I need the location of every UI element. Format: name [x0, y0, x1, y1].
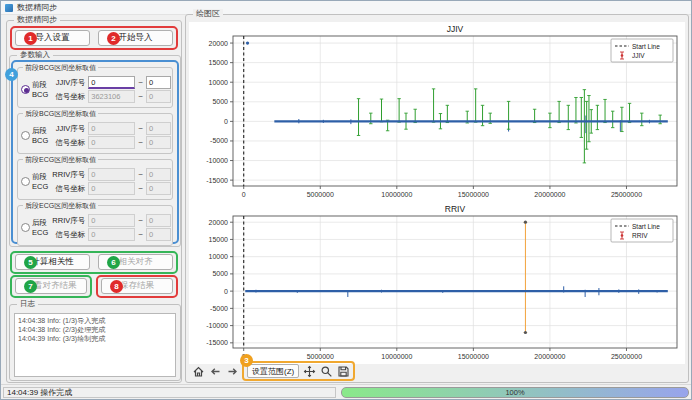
param-group-rear-ecg: 后段ECG区间坐标取值 后段ECG RRIV序号 0 ~ 0 [17, 205, 173, 246]
svg-text:20000000: 20000000 [534, 353, 565, 360]
svg-text:0: 0 [242, 191, 246, 198]
front-bcg-jjiv-start-field[interactable]: 0 [88, 76, 135, 89]
front-ecg-signal-start-field: 0 [88, 182, 135, 195]
svg-text:10000: 10000 [209, 253, 229, 260]
import-settings-button[interactable]: 1 导入设置 [15, 30, 90, 46]
progress-bar: 100% [341, 387, 689, 398]
svg-text:RRIV: RRIV [445, 204, 466, 214]
rear-ecg-signal-start-field: 0 [88, 228, 135, 241]
import-annotation-box: 1 导入设置 2 开始导入 [10, 26, 178, 50]
svg-text:25000000: 25000000 [611, 191, 642, 198]
svg-text:5000000: 5000000 [307, 353, 334, 360]
save-icon[interactable] [336, 364, 350, 378]
svg-text:Start Line: Start Line [632, 43, 660, 50]
rear-bcg-signal-end-field: 0 [146, 136, 171, 149]
log-groupbox: 日志 14:04:38 Info: (1/3)导入完成 14:04:38 Inf… [9, 304, 181, 381]
svg-text:15000000: 15000000 [458, 191, 489, 198]
compute-annotation-box: 5 计算相关性 6 相关对齐 [10, 251, 178, 274]
app-icon [5, 4, 13, 12]
svg-text:20000: 20000 [209, 40, 229, 47]
app-window: 数据精同步 数据精同步 1 导入设置 2 开始导入 参数输入 4 前段BCG区间… [0, 0, 692, 400]
svg-text:-5000: -5000 [210, 137, 228, 144]
param-group-front-ecg: 前段ECG区间坐标取值 前段ECG RRIV序号 0 ~ 0 [17, 159, 173, 200]
svg-text:20000000: 20000000 [534, 191, 565, 198]
svg-text:10000: 10000 [209, 79, 229, 86]
save-annotation-box: 8 保存结果 [96, 275, 178, 298]
rear-bcg-jjiv-start-field: 0 [88, 122, 135, 135]
rear-bcg-signal-start-field: 0 [88, 136, 135, 149]
radio-dot [21, 85, 30, 94]
front-bcg-jjiv-end-field[interactable]: 0 [146, 76, 171, 89]
back-icon[interactable] [208, 364, 222, 378]
correlation-align-button[interactable]: 6 相关对齐 [98, 254, 173, 270]
radio-dot [21, 177, 30, 186]
svg-text:JJIV: JJIV [447, 24, 464, 34]
svg-text:RRIV: RRIV [632, 232, 648, 239]
rear-ecg-rriv-start-field: 0 [88, 214, 135, 227]
rear-ecg-signal-end-field: 0 [146, 228, 171, 241]
plot-toolbar: 3 设置范围(Z) [189, 361, 685, 381]
svg-text:15000: 15000 [209, 236, 229, 243]
progress-label: 100% [505, 388, 524, 397]
radio-rear-bcg[interactable]: 后段BCG [21, 126, 48, 145]
svg-text:0: 0 [224, 118, 228, 125]
log-group-title: 日志 [17, 299, 38, 309]
svg-text:-10000: -10000 [206, 322, 228, 329]
svg-text:15000: 15000 [209, 59, 229, 66]
badge-6: 6 [107, 256, 120, 269]
zoom-icon[interactable] [319, 364, 333, 378]
svg-text:Start Line: Start Line [632, 223, 660, 230]
radio-dot [21, 131, 30, 140]
statusbar: 14:04:39 操作完成 100% [1, 384, 691, 399]
figure-canvas[interactable]: 0500000010000000150000002000000025000000… [189, 22, 685, 364]
svg-text:5000: 5000 [212, 98, 228, 105]
range-annotation-box: 3 设置范围(Z) [242, 361, 355, 381]
badge-5: 5 [24, 256, 37, 269]
radio-front-ecg[interactable]: 前段ECG [21, 172, 48, 191]
svg-text:15000000: 15000000 [458, 353, 489, 360]
radio-front-bcg[interactable]: 前段BCG [21, 80, 48, 99]
window-title: 数据精同步 [17, 2, 57, 13]
param-group-rear-bcg: 后段BCG区间坐标取值 后段BCG JJIV序号 0 ~ 0 [17, 113, 173, 154]
chart-jjiv[interactable]: 0500000010000000150000002000000025000000… [189, 22, 685, 202]
set-range-button[interactable]: 设置范围(Z) [247, 364, 299, 378]
svg-text:0: 0 [224, 288, 228, 295]
params-annotation-box: 4 前段BCG区间坐标取值 前段BCG JJIV序号 0 [11, 60, 179, 244]
forward-icon[interactable] [225, 364, 239, 378]
log-line: 14:04:38 Info: (1/3)导入完成 [18, 316, 172, 325]
svg-text:25000000: 25000000 [611, 353, 642, 360]
svg-text:20000: 20000 [209, 219, 229, 226]
badge-4: 4 [5, 68, 18, 81]
svg-text:-15000: -15000 [206, 177, 228, 184]
log-line: 14:04:38 Info: (2/3)处理完成 [18, 325, 172, 334]
plot-groupbox: 绘图区 050000001000000015000000200000002500… [185, 14, 689, 383]
status-message: 14:04:39 操作完成 [3, 387, 336, 398]
compute-correlation-button[interactable]: 5 计算相关性 [15, 254, 90, 270]
save-result-button[interactable]: 8 保存结果 [101, 278, 173, 294]
radio-rear-ecg[interactable]: 后段ECG [21, 218, 48, 237]
badge-1: 1 [24, 32, 37, 45]
svg-text:10000000: 10000000 [381, 353, 412, 360]
badge-3: 3 [240, 354, 253, 367]
plot-group-title: 绘图区 [193, 9, 223, 19]
svg-text:-15000: -15000 [206, 339, 228, 346]
svg-text:-5000: -5000 [210, 305, 228, 312]
svg-text:10000000: 10000000 [381, 191, 412, 198]
front-ecg-signal-end-field: 0 [146, 182, 171, 195]
log-textarea[interactable]: 14:04:38 Info: (1/3)导入完成 14:04:38 Info: … [14, 313, 176, 377]
pan-icon[interactable] [302, 364, 316, 378]
start-import-button[interactable]: 2 开始导入 [98, 30, 173, 46]
view-align-result-button[interactable]: 7 查看对齐结果 [15, 278, 87, 294]
badge-7: 7 [24, 280, 37, 293]
radio-dot [21, 223, 30, 232]
badge-2: 2 [107, 32, 120, 45]
chart-rriv[interactable]: 0500000010000000150000002000000025000000… [189, 202, 685, 364]
front-bcg-signal-end-field: 0 [146, 90, 171, 103]
sync-groupbox: 数据精同步 1 导入设置 2 开始导入 参数输入 4 前段BCG区间坐标取值 [6, 20, 182, 383]
params-group-title: 参数输入 [17, 50, 53, 60]
svg-text:5000: 5000 [212, 270, 228, 277]
log-line: 14:04:39 Info: (3/3)绘制完成 [18, 334, 172, 343]
svg-text:-10000: -10000 [206, 157, 228, 164]
rear-bcg-jjiv-end-field: 0 [146, 122, 171, 135]
home-icon[interactable] [191, 364, 205, 378]
